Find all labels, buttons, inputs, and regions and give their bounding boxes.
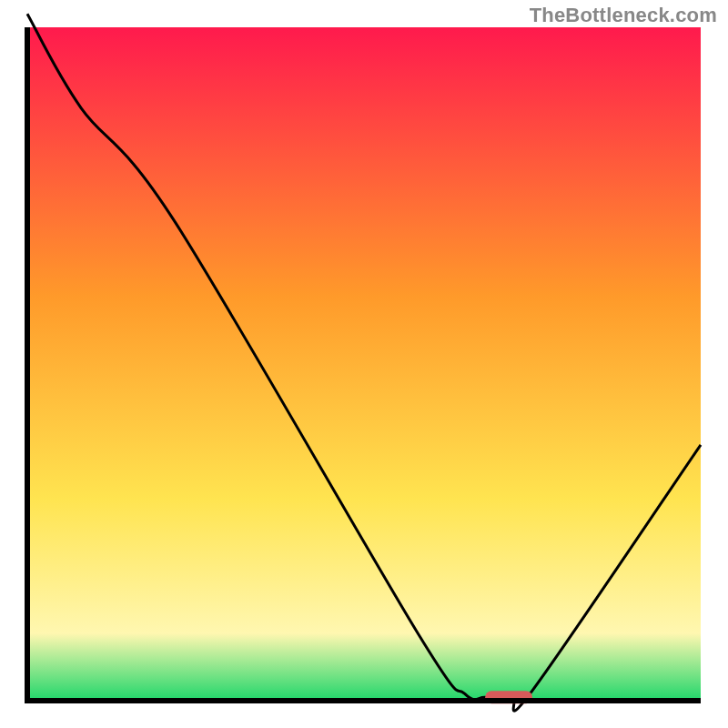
watermark-text: TheBottleneck.com: [530, 4, 717, 27]
plot-background: [27, 27, 701, 701]
chart-container: TheBottleneck.com: [0, 0, 728, 728]
bottleneck-chart: [0, 0, 728, 728]
